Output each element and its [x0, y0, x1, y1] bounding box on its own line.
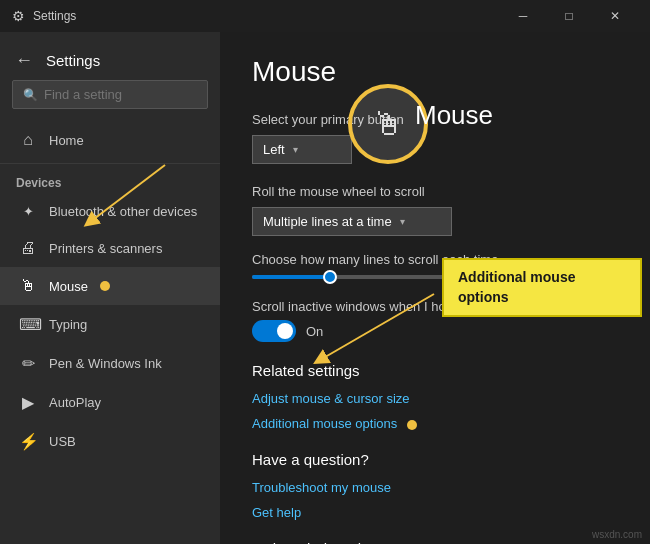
toggle-knob — [277, 323, 293, 339]
title-bar-title: Settings — [33, 9, 76, 23]
sidebar-item-printers[interactable]: 🖨 Printers & scanners — [0, 229, 220, 267]
mouse-active-dot — [100, 281, 110, 291]
title-bar: ⚙ Settings ─ □ ✕ — [0, 0, 650, 32]
sidebar-item-usb[interactable]: ⚡ USB — [0, 422, 220, 461]
sidebar-divider — [0, 163, 220, 164]
minimize-button[interactable]: ─ — [500, 0, 546, 32]
title-bar-left: ⚙ Settings — [12, 8, 76, 24]
mouse-label-callout: Mouse — [415, 100, 493, 131]
additional-options-dot — [407, 420, 417, 430]
sidebar-item-label-bluetooth: Bluetooth & other devices — [49, 204, 197, 219]
sidebar-item-label-typing: Typing — [49, 317, 87, 332]
sidebar-item-label-home: Home — [49, 133, 84, 148]
scroll-wheel-value: Multiple lines at a time — [263, 214, 392, 229]
scroll-wheel-dropdown[interactable]: Multiple lines at a time ▾ — [252, 207, 452, 236]
sidebar-item-label-pen: Pen & Windows Ink — [49, 356, 162, 371]
sidebar-item-bluetooth[interactable]: ✦ Bluetooth & other devices — [0, 194, 220, 229]
primary-button-arrow: ▾ — [293, 144, 298, 155]
sidebar-item-home[interactable]: ⌂ Home — [0, 121, 220, 159]
troubleshoot-link[interactable]: Troubleshoot my mouse — [252, 480, 618, 495]
get-help-link[interactable]: Get help — [252, 505, 618, 520]
sidebar-item-typing[interactable]: ⌨ Typing — [0, 305, 220, 344]
related-settings-title: Related settings — [252, 362, 618, 379]
cursor-size-link[interactable]: Adjust mouse & cursor size — [252, 391, 618, 406]
sidebar-item-label-autoplay: AutoPlay — [49, 395, 101, 410]
sidebar-item-label-printers: Printers & scanners — [49, 241, 162, 256]
title-bar-controls: ─ □ ✕ — [500, 0, 638, 32]
scroll-lines-thumb[interactable] — [323, 270, 337, 284]
close-button[interactable]: ✕ — [592, 0, 638, 32]
related-settings-section: Related settings Adjust mouse & cursor s… — [252, 362, 618, 431]
sidebar-item-pen[interactable]: ✏ Pen & Windows Ink — [0, 344, 220, 383]
callout-text: Additional mouse options — [458, 269, 575, 305]
search-icon: 🔍 — [23, 88, 38, 102]
scroll-lines-fill — [252, 275, 330, 279]
make-better-section: Make Windows better Give us feedback — [252, 540, 618, 544]
make-better-title: Make Windows better — [252, 540, 618, 544]
pen-icon: ✏ — [19, 354, 37, 373]
main-content: 🖱 Mouse Mouse Select your primary button… — [220, 32, 650, 544]
sidebar-item-autoplay[interactable]: ▶ AutoPlay — [0, 383, 220, 422]
additional-mouse-options-link[interactable]: Additional mouse options — [252, 416, 618, 431]
typing-icon: ⌨ — [19, 315, 37, 334]
bluetooth-icon: ✦ — [19, 204, 37, 219]
callout-box: Additional mouse options — [442, 258, 642, 317]
mouse-icon: 🖱 — [19, 277, 37, 295]
sidebar: ← Settings 🔍 ⌂ Home Devices ✦ Bluetooth … — [0, 32, 220, 544]
autoplay-icon: ▶ — [19, 393, 37, 412]
inactive-scroll-toggle[interactable] — [252, 320, 296, 342]
watermark: wsxdn.com — [592, 529, 642, 540]
usb-icon: ⚡ — [19, 432, 37, 451]
search-box[interactable]: 🔍 — [12, 80, 208, 109]
question-section: Have a question? Troubleshoot my mouse G… — [252, 451, 618, 520]
sidebar-item-label-usb: USB — [49, 434, 76, 449]
home-icon: ⌂ — [19, 131, 37, 149]
scroll-wheel-label: Roll the mouse wheel to scroll — [252, 184, 618, 199]
sidebar-item-label-mouse: Mouse — [49, 279, 88, 294]
primary-button-dropdown[interactable]: Left ▾ — [252, 135, 352, 164]
question-title: Have a question? — [252, 451, 618, 468]
sidebar-item-mouse[interactable]: 🖱 Mouse — [0, 267, 220, 305]
scroll-wheel-arrow: ▾ — [400, 216, 405, 227]
primary-button-value: Left — [263, 142, 285, 157]
app-container: ← Settings 🔍 ⌂ Home Devices ✦ Bluetooth … — [0, 32, 650, 544]
mouse-large-icon: 🖱 — [372, 106, 404, 143]
page-title: Mouse — [252, 56, 618, 88]
search-input[interactable] — [44, 87, 197, 102]
inactive-scroll-toggle-row: On — [252, 320, 618, 342]
settings-app-icon: ⚙ — [12, 8, 25, 24]
sidebar-section-label: Devices — [0, 168, 220, 194]
back-button[interactable]: ← — [8, 44, 40, 76]
maximize-button[interactable]: □ — [546, 0, 592, 32]
printer-icon: 🖨 — [19, 239, 37, 257]
sidebar-title: Settings — [46, 52, 100, 69]
toggle-on-text: On — [306, 324, 323, 339]
